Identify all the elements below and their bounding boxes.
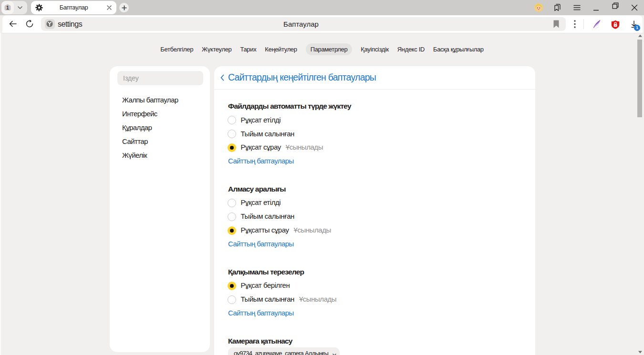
svg-text:1: 1 bbox=[6, 5, 9, 10]
